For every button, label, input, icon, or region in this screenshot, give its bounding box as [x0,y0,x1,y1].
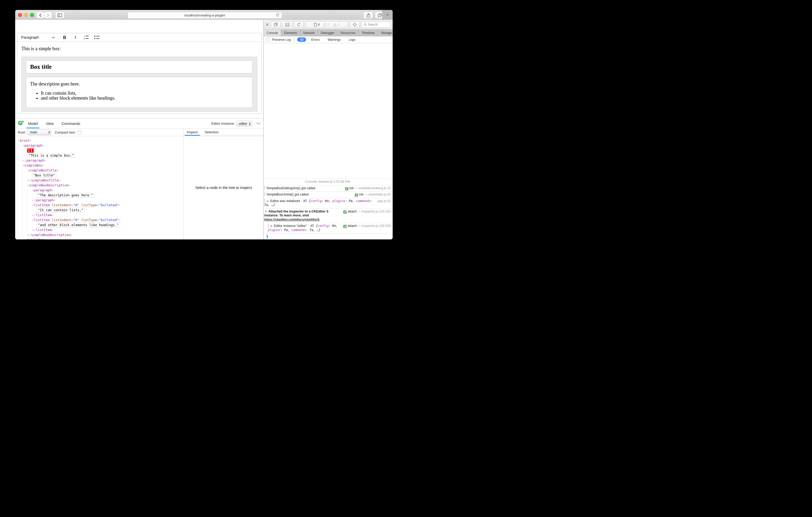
search-placeholder: Search [368,23,378,26]
tree-line[interactable]: "and other block elements like headings.… [15,222,183,227]
tree-line[interactable]: "Box title" [15,173,183,178]
simplebox-widget[interactable]: Box title The description goes here. It … [22,57,257,112]
back-button[interactable] [36,12,44,19]
share-button[interactable] [364,12,373,19]
console-row[interactable]: finit — essentials.js:35SimpleBoxUI#init… [264,191,393,198]
tree-line[interactable]: "The description goes here." [15,193,183,197]
tree-line[interactable]: <simpleBoxDescription> [15,183,183,188]
console-link[interactable]: https://ckeditor.com/docs/ckeditor5 [264,218,319,221]
bold-button[interactable]: B [61,34,68,40]
simplebox-title[interactable]: Box title [26,60,253,73]
devtools-tab-elements[interactable]: Elements [281,30,300,36]
preserve-log-checkbox[interactable] [266,38,270,41]
editor-content[interactable]: This is a simple box: Box title The desc… [17,42,261,112]
devtools-tab-storage[interactable]: Storage [378,30,393,36]
titlebar: localhost/creating-a-plugin/ + [15,10,393,20]
source-location-link[interactable]: inspector.js:133:326 [362,224,391,227]
reload-button[interactable] [276,13,280,17]
console-output[interactable]: Console cleared at 2:02:58 PM finit — si… [264,42,393,239]
filter-all[interactable]: All [297,37,306,42]
element-picker-button[interactable] [350,22,359,28]
bulleted-list-button[interactable] [94,34,100,40]
inspector-tab-commands[interactable]: Commands [61,119,80,128]
console-prompt[interactable]: ❯ [264,233,393,239]
disclosure-triangle-icon[interactable]: ▼ [265,210,267,214]
compact-text-checkbox[interactable] [78,130,81,134]
tree-line[interactable]: </paragraph> [15,197,183,203]
collapse-inspector-icon[interactable] [256,122,261,125]
tree-line[interactable]: <listItem listIndent="0" listType="bulle… [15,203,183,208]
plus-icon: + [386,12,389,18]
tree-line[interactable]: <listItem listIndent="0" listType="bulle… [15,217,183,222]
disclosure-triangle-icon[interactable]: ▶ [271,224,272,228]
tree-line[interactable]: <paragraph> [15,188,183,193]
tab-inspect[interactable]: Inspect [187,128,198,136]
devtools-tab-resources[interactable]: Resources [338,30,359,36]
console-row-meta: finit — simpleboxediting.js:12 [345,186,391,190]
source-location-link[interactable]: essentials.js:35 [369,193,391,196]
tree-line[interactable]: "It can contain lists," [15,208,183,213]
tree-line[interactable]: <$root> [15,138,183,143]
tree-line[interactable]: </listItem> [15,213,183,217]
source-location-link[interactable]: app.js:31 [377,199,391,203]
tab-overview-icon [378,13,382,17]
tree-line[interactable]: </simpleBox> [15,237,183,239]
issues-summary-button[interactable]: 4 0 0 [306,22,348,28]
inspector-tab-model[interactable]: Model [28,119,38,128]
zoom-window-button[interactable] [30,13,34,17]
minimize-window-button[interactable] [24,13,28,17]
tree-line[interactable]: </simpleBoxDescription> [15,232,183,237]
numbered-list-button[interactable]: 1 2 [83,34,89,40]
paragraph-dropdown[interactable]: Paragraph [21,35,55,39]
console-row[interactable]: finit — simpleboxediting.js:12SimpleBoxE… [264,185,393,191]
inspector-tab-view[interactable]: View [46,119,54,128]
tree-line[interactable]: </listItem> [15,227,183,232]
filter-warnings[interactable]: Warnings [325,37,343,42]
filter-logs[interactable]: Logs [346,37,358,42]
function-badge-icon: f [345,187,348,190]
simplebox-description[interactable]: The description goes here. It can contai… [26,77,253,108]
console-row[interactable]: app.js:31▶Editor was initialized – Hl {c… [264,198,393,208]
source-location-link[interactable]: inspector.js:133:182 [362,210,391,213]
inspector-right-pane: InspectSelection Select a node in the tr… [183,128,263,239]
reload-page-button[interactable] [294,22,303,28]
root-select[interactable]: main [27,130,51,135]
dock-window-button[interactable] [271,22,281,28]
disclosure-triangle-icon[interactable]: ▶ [267,199,269,203]
console-row-meta: app.js:31 [377,199,391,203]
tree-line[interactable]: "This is a simple box:" [15,153,183,158]
new-tab-button[interactable]: + [382,10,393,20]
tree-line[interactable]: <paragraph> [15,143,183,148]
editor-instance-select[interactable]: editor [236,121,252,126]
console-row-meta: fattach — inspector.js:133:326 [343,224,391,228]
devtools-search-field[interactable]: Search [361,22,391,28]
tab-selection[interactable]: Selection [205,128,219,136]
console-row[interactable]: fattach — inspector.js:133:182▼Attached … [264,208,393,223]
sidebar-button[interactable] [55,12,64,19]
devtools-tab-debugger[interactable]: Debugger [318,30,338,36]
tree-line[interactable]: </paragraph> [15,158,183,163]
page-content: Paragraph B I 1 2 [15,20,263,239]
devtools-tab-network[interactable]: Network [300,30,318,36]
close-devtools-icon[interactable] [266,23,269,26]
italic-button[interactable]: I [72,34,79,40]
console-row[interactable]: fattach — inspector.js:133:326▶Editor in… [264,223,393,233]
forward-button[interactable] [44,12,52,19]
tree-line[interactable]: [] [15,148,183,153]
model-tree[interactable]: <$root><paragraph>[]"This is a simple bo… [15,136,183,239]
source-location-link[interactable]: simpleboxediting.js:12 [359,186,391,190]
address-bar[interactable]: localhost/creating-a-plugin/ [128,12,282,19]
numbered-list-icon: 1 2 [83,35,89,40]
tree-line[interactable]: <simpleBoxTitle> [15,168,183,173]
tree-line[interactable]: <simpleBox> [15,163,183,168]
close-window-button[interactable] [18,13,22,17]
tree-line[interactable]: </simpleBoxTitle> [15,178,183,183]
root-value: main [30,130,37,134]
errors-icon [323,23,327,26]
ckeditor: Paragraph B I 1 2 [17,33,262,114]
devtools-tab-console[interactable]: Console [264,30,281,36]
dock-bottom-button[interactable] [283,22,292,28]
filter-errors[interactable]: Errors [309,37,323,42]
dock-window-icon [274,23,278,26]
devtools-tab-timelines[interactable]: Timelines [359,30,378,36]
